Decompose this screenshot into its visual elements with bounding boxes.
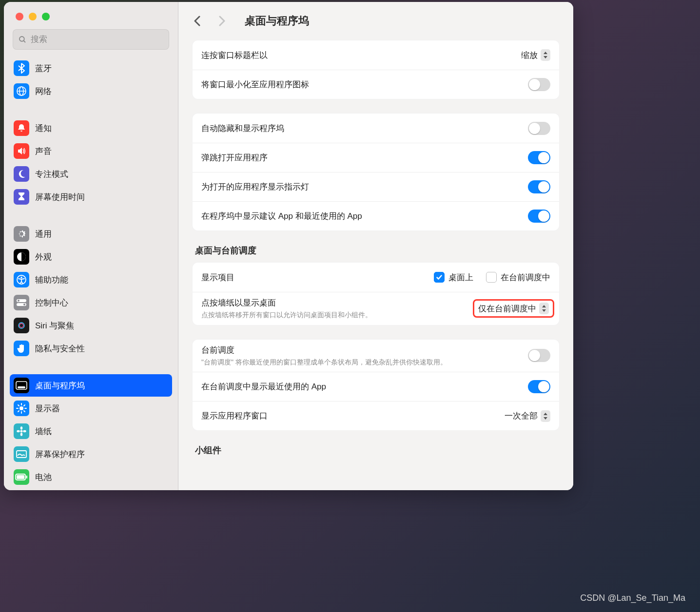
svg-rect-34: [26, 476, 28, 478]
row-label: 为打开的应用程序显示指示灯: [201, 181, 528, 192]
settings-window: 蓝牙网络通知声音专注模式屏幕使用时间通用外观辅助功能控制中心Siri 与聚焦隐私…: [4, 2, 573, 490]
sun-icon: [14, 401, 29, 416]
sidebar-item-controlcenter[interactable]: 控制中心: [10, 291, 172, 314]
sidebar-item-appearance[interactable]: 外观: [10, 246, 172, 268]
content-scroll[interactable]: 连按窗口标题栏以 缩放 将窗口最小化至应用程序图标 自动隐藏和显示程序坞: [178, 40, 573, 490]
row-label: 显示应用程序窗口: [201, 410, 505, 421]
row-label: 在程序坞中显示建议 App 和最近使用的 App: [201, 210, 528, 222]
sidebar-nav: 蓝牙网络通知声音专注模式屏幕使用时间通用外观辅助功能控制中心Siri 与聚焦隐私…: [4, 57, 178, 490]
double-click-popup[interactable]: 缩放: [521, 49, 550, 61]
checkbox-in-stage[interactable]: 在台前调度中: [486, 272, 550, 283]
popup-value: 一次全部: [505, 410, 538, 421]
minimize-button[interactable]: [29, 13, 37, 20]
indicator-switch[interactable]: [528, 180, 550, 193]
row-stage-manager: 台前调度 "台前调度" 将你最近使用的窗口整理成单个条状布局，避免杂乱并供你快速…: [193, 340, 559, 372]
popup-value: 缩放: [521, 50, 538, 61]
sidebar-item-label: 通知: [35, 123, 52, 134]
zoom-button[interactable]: [42, 13, 50, 20]
row-autohide-dock: 自动隐藏和显示程序坞: [193, 114, 559, 143]
row-show-app-windows: 显示应用程序窗口 一次全部: [193, 401, 559, 430]
bounce-switch[interactable]: [528, 151, 550, 164]
svg-line-22: [18, 405, 19, 406]
sidebar-item-network[interactable]: 网络: [10, 80, 172, 102]
window-controls: [4, 2, 178, 29]
row-recent-apps: 在程序坞中显示建议 App 和最近使用的 App: [193, 201, 559, 230]
content-pane: 桌面与程序坞 连按窗口标题栏以 缩放 将窗口最小化至应用程序图标: [178, 2, 573, 490]
sidebar-item-notifications[interactable]: 通知: [10, 117, 172, 139]
svg-marker-36: [544, 56, 547, 58]
switches-icon: [14, 295, 29, 310]
search-field[interactable]: [31, 35, 164, 44]
recent-switch[interactable]: [528, 210, 550, 223]
bluetooth-icon: [14, 60, 29, 76]
annotation-highlight: 仅在台前调度中: [473, 299, 554, 318]
screensaver-icon: [14, 446, 29, 462]
checkbox-label: 在台前调度中: [501, 272, 550, 283]
svg-rect-16: [18, 386, 25, 388]
svg-marker-39: [544, 413, 547, 415]
close-button[interactable]: [16, 13, 23, 20]
sidebar-item-screensaver[interactable]: 屏幕保护程序: [10, 443, 172, 465]
stage-manager-switch[interactable]: [528, 349, 550, 362]
sidebar-item-label: 蓝牙: [35, 63, 52, 74]
search-icon: [18, 35, 27, 44]
settings-group-stage2: 台前调度 "台前调度" 将你最近使用的窗口整理成单个条状布局，避免杂乱并供你快速…: [192, 339, 560, 431]
sidebar-item-label: 桌面与程序坞: [35, 380, 85, 391]
moon-icon: [14, 166, 29, 182]
minimize-to-icon-switch[interactable]: [528, 78, 550, 91]
autohide-switch[interactable]: [528, 122, 550, 135]
checkbox-on-desktop[interactable]: 桌面上: [434, 272, 473, 283]
row-minimize-to-icon: 将窗口最小化至应用程序图标: [193, 70, 559, 99]
sidebar-item-focus[interactable]: 专注模式: [10, 163, 172, 185]
section-title-stage: 桌面与台前调度: [195, 245, 557, 256]
svg-marker-35: [544, 52, 547, 54]
sidebar-item-siri[interactable]: Siri 与聚焦: [10, 314, 172, 337]
globe-icon: [14, 83, 29, 99]
sidebar-item-general[interactable]: 通用: [10, 223, 172, 245]
svg-line-1: [23, 40, 25, 42]
row-label: 点按墙纸以显示桌面: [201, 297, 477, 308]
sidebar-item-label: 墙纸: [35, 426, 52, 437]
sidebar-item-label: 声音: [35, 146, 52, 157]
sidebar-item-bluetooth[interactable]: 蓝牙: [10, 57, 172, 79]
chevron-updown-icon: [541, 49, 550, 61]
row-label: 台前调度: [201, 344, 528, 356]
recent-in-stage-switch[interactable]: [528, 380, 550, 393]
sidebar-item-accessibility[interactable]: 辅助功能: [10, 268, 172, 291]
click-wallpaper-popup[interactable]: 仅在台前调度中: [478, 303, 549, 314]
sidebar-item-label: 电池: [35, 472, 52, 483]
svg-point-7: [20, 277, 22, 278]
flower-icon: [14, 423, 29, 439]
svg-marker-40: [544, 417, 547, 420]
speaker-icon: [14, 143, 29, 159]
sidebar-item-wallpaper[interactable]: 墙纸: [10, 420, 172, 442]
svg-point-0: [19, 37, 24, 41]
sidebar-item-displays[interactable]: 显示器: [10, 397, 172, 420]
section-title-widgets: 小组件: [195, 444, 557, 456]
battery-icon: [14, 469, 29, 485]
svg-rect-33: [17, 475, 24, 479]
sidebar-item-label: 通用: [35, 229, 52, 240]
back-button[interactable]: [189, 13, 206, 29]
show-app-windows-popup[interactable]: 一次全部: [505, 410, 550, 422]
forward-button[interactable]: [214, 13, 230, 29]
sidebar-item-battery[interactable]: 电池: [10, 466, 172, 488]
sidebar-item-label: 屏幕使用时间: [35, 191, 85, 203]
row-click-wallpaper: 点按墙纸以显示桌面 点按墙纸将移开所有窗口以允许访问桌面项目和小组件。 仅在台前…: [193, 292, 559, 325]
svg-marker-38: [542, 309, 546, 312]
sidebar-item-sound[interactable]: 声音: [10, 140, 172, 162]
sidebar-item-screentime[interactable]: 屏幕使用时间: [10, 186, 172, 208]
svg-point-30: [23, 430, 26, 432]
sidebar-item-label: 显示器: [35, 403, 60, 414]
hand-icon: [14, 341, 29, 356]
sidebar-item-dock[interactable]: 桌面与程序坞: [10, 374, 172, 397]
svg-point-27: [20, 426, 22, 429]
sidebar-item-privacy[interactable]: 隐私与安全性: [10, 337, 172, 360]
popup-value: 仅在台前调度中: [478, 303, 536, 314]
row-sublabel: "台前调度" 将你最近使用的窗口整理成单个条状布局，避免杂乱并供你快速取用。: [201, 358, 528, 367]
search-input[interactable]: [13, 29, 169, 50]
content-header: 桌面与程序坞: [178, 2, 573, 40]
svg-point-29: [17, 430, 19, 432]
row-bounce: 弹跳打开应用程序: [193, 143, 559, 172]
appearance-icon: [14, 249, 29, 265]
